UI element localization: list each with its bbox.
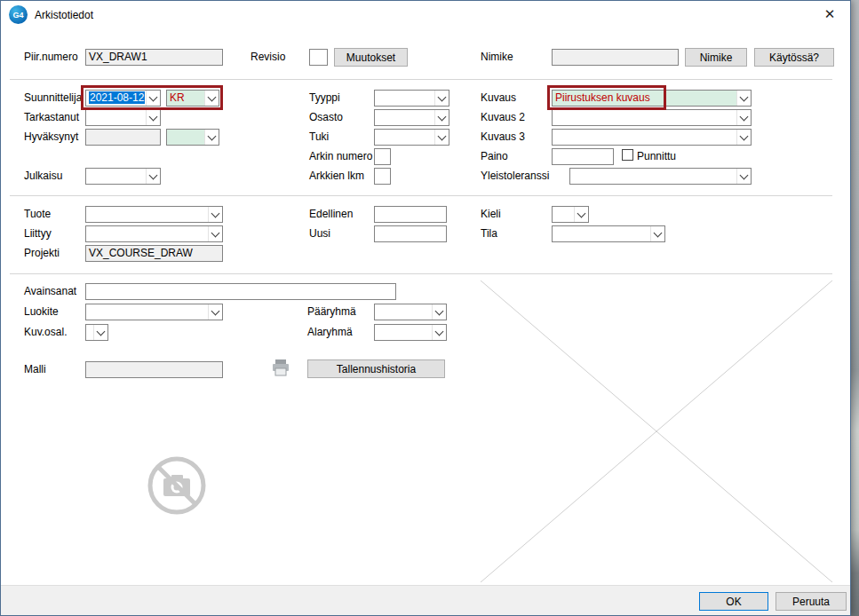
title-bar[interactable]: G4 Arkistotiedot ✕ [1,1,850,28]
tila-label: Tila [481,228,497,240]
chevron-down-icon [435,327,444,336]
hyvaksynyt-field[interactable] [85,129,161,146]
hyvaksynyt-initials-combo[interactable] [166,129,219,146]
malli-field[interactable] [85,361,223,378]
revisio-field[interactable] [309,49,328,66]
uusi-field[interactable] [374,225,447,242]
tuote-dropdown-button[interactable] [208,207,222,222]
projekti-label: Projekti [24,248,60,259]
kuvaus3-label: Kuvaus 3 [481,131,525,143]
chevron-down-icon [149,170,158,179]
suunnittelija-label: Suunnittelija [24,92,82,104]
tila-dropdown-button[interactable] [650,226,664,241]
edellinen-label: Edellinen [309,209,353,220]
close-button[interactable]: ✕ [815,1,845,28]
suunnittelija-date-dropdown-button[interactable] [146,91,160,106]
suunnittelija-initials-combo[interactable]: KR [166,90,219,107]
chevron-down-icon [740,131,749,140]
julkaisu-combo[interactable] [85,168,161,185]
nimike-field[interactable] [552,49,679,66]
drawing-preview-area [481,280,832,582]
kuvaus-label: Kuvaus [481,92,516,104]
tuki-label: Tuki [309,131,329,143]
tallennushistoria-button[interactable]: Tallennushistoria [307,359,445,378]
kuvaus-dropdown-button[interactable] [736,91,751,106]
liittyy-label: Liittyy [24,228,52,240]
paino-label: Paino [481,151,508,162]
kuv-osal-combo[interactable] [85,324,108,341]
arkin-numero-field[interactable] [374,148,391,165]
yleistoleranssi-dropdown-button[interactable] [736,169,751,184]
suunnittelija-initials-dropdown-button[interactable] [204,91,219,106]
suunnittelija-initials-value: KR [167,91,204,106]
arkkien-lkm-field[interactable] [374,168,391,185]
kaytossa-button[interactable]: Käytössä? [754,48,834,67]
dialog-arkistotiedot: G4 Arkistotiedot ✕ Piir.numero VX_DRAW1 … [0,0,851,616]
ok-button[interactable]: OK [699,592,768,611]
kuvaus-combo[interactable]: Piirustuksen kuvaus [552,90,752,107]
yleistoleranssi-label: Yleistoleranssi [481,170,549,182]
g4-logo-text: G4 [12,11,23,20]
close-icon: ✕ [824,6,836,22]
tila-combo[interactable] [552,225,665,242]
nimike-label: Nimike [481,51,513,63]
cancel-button[interactable]: Peruuta [775,592,847,611]
punnittu-label: Punnittu [637,151,676,162]
malli-label: Malli [24,364,46,375]
kieli-dropdown-button[interactable] [574,207,588,222]
arkin-numero-label: Arkin numero [309,151,372,162]
g4-logo-icon: G4 [9,5,28,24]
tarkastanut-label: Tarkastanut [24,112,79,123]
kuvaus2-dropdown-button[interactable] [736,110,751,125]
tyyppi-dropdown-button[interactable] [434,91,449,106]
alaryhma-combo[interactable] [374,324,447,341]
projekti-field[interactable]: VX_COURSE_DRAW [85,245,223,262]
hyvaksynyt-dropdown-button[interactable] [204,130,219,145]
liittyy-combo[interactable] [85,225,223,242]
uusi-label: Uusi [309,228,330,240]
kuvaus3-combo[interactable] [552,129,752,146]
chevron-down-icon [438,112,447,121]
paaryhma-combo[interactable] [374,304,447,320]
punnittu-checkbox[interactable] [622,149,633,161]
edellinen-field[interactable] [374,206,447,223]
separator [10,79,832,80]
window-title: Arkistotiedot [35,9,93,21]
suunnittelija-date-combo[interactable]: 2021-08-12 [85,90,161,107]
tarkastanut-combo[interactable] [85,109,161,126]
tuote-combo[interactable] [85,206,223,223]
luokite-combo[interactable] [85,304,223,320]
paino-field[interactable] [552,148,614,165]
chevron-down-icon [208,131,217,140]
tuki-dropdown-button[interactable] [434,130,449,145]
piir-numero-field[interactable]: VX_DRAW1 [85,49,223,66]
julkaisu-dropdown-button[interactable] [146,169,160,184]
avainsanat-field[interactable] [85,283,396,300]
liittyy-dropdown-button[interactable] [208,226,222,241]
paaryhma-dropdown-button[interactable] [432,304,446,320]
kieli-label: Kieli [481,209,501,220]
avainsanat-label: Avainsanat [24,286,76,297]
piir-numero-label: Piir.numero [24,51,78,63]
kieli-combo[interactable] [552,206,589,223]
chevron-down-icon [438,92,447,101]
kuv-osal-dropdown-button[interactable] [93,325,107,340]
alaryhma-dropdown-button[interactable] [432,325,446,340]
kuvaus2-combo[interactable] [552,109,752,126]
revisio-label: Revisio [251,51,285,63]
nimike-button[interactable]: Nimike [685,48,747,67]
tarkastanut-dropdown-button[interactable] [146,110,160,125]
osasto-combo[interactable] [374,109,449,126]
yleistoleranssi-combo[interactable] [569,168,752,185]
tuki-combo[interactable] [374,129,449,146]
kuvaus3-dropdown-button[interactable] [736,130,751,145]
chevron-down-icon [211,209,220,217]
chevron-down-icon [211,306,220,315]
tyyppi-combo[interactable] [374,90,449,107]
tyyppi-label: Tyyppi [309,92,340,104]
luokite-dropdown-button[interactable] [208,304,222,320]
osasto-dropdown-button[interactable] [434,110,449,125]
chevron-down-icon [438,131,447,140]
printer-icon[interactable] [271,358,290,377]
muutokset-button[interactable]: Muutokset [334,48,408,67]
